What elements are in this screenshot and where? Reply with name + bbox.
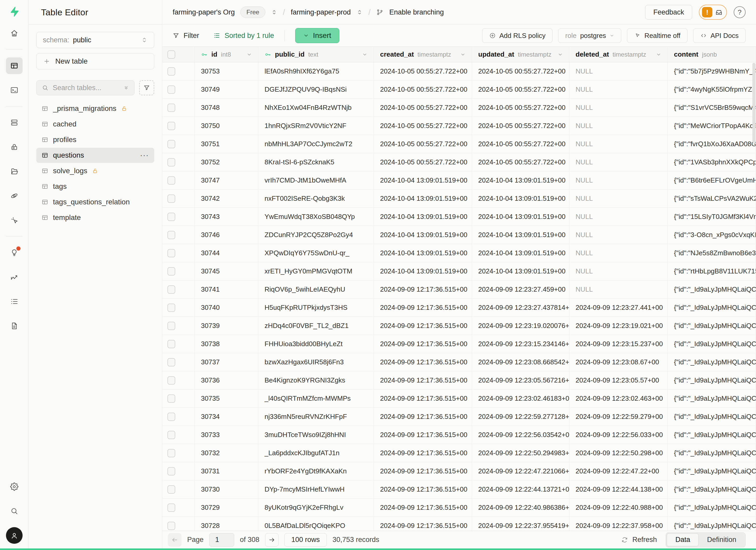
cell-deleted_at[interactable]: NULL <box>569 135 668 153</box>
sidebar-item-_prisma_migrations[interactable]: _prisma_migrations <box>36 101 154 116</box>
auth-icon[interactable] <box>6 139 23 155</box>
row-checkbox[interactable] <box>167 231 175 239</box>
cell-created_at[interactable]: 2024-10-05 00:55:27.722+00 <box>374 153 472 171</box>
search-tables-input[interactable] <box>53 84 119 92</box>
row-checkbox[interactable] <box>167 358 175 366</box>
cell-id[interactable]: 30744 <box>195 244 258 262</box>
notifications-button[interactable]: ! <box>699 5 727 20</box>
column-menu-icon[interactable] <box>558 52 563 57</box>
cell-created_at[interactable]: 2024-10-05 00:55:27.722+00 <box>374 135 472 153</box>
cell-updated_at[interactable]: 2024-09-09 12:23:05.567216+00 <box>472 371 569 389</box>
cell-deleted_at[interactable]: 2024-09-09 12:23:27.441+00 <box>569 299 668 317</box>
cell-id[interactable]: 30747 <box>195 171 258 189</box>
row-checkbox[interactable] <box>167 504 175 512</box>
row-checkbox[interactable] <box>167 213 175 221</box>
cell-deleted_at[interactable]: NULL <box>569 62 668 80</box>
cell-public_id[interactable]: 8KraI-tSI-6-pSZcknaK5 <box>258 153 374 171</box>
cell-updated_at[interactable]: 2024-09-09 12:23:02.46183+00 <box>472 390 569 407</box>
cell-updated_at[interactable]: 2024-09-09 12:22:56.03542+00 <box>472 426 569 444</box>
sidebar-item-tags_questions_relation[interactable]: tags_questions_relation <box>36 194 154 210</box>
row-checkbox[interactable] <box>167 467 175 475</box>
cell-public_id[interactable]: 0L5BAfDaLDl5rQOiqeKPO <box>258 517 374 531</box>
cell-updated_at[interactable]: 2024-09-09 12:23:15.234146+00 <box>472 335 569 353</box>
row-checkbox[interactable] <box>167 176 175 185</box>
cell-content[interactable]: {"id":"_Id9aLyJpMHQLaiQC <box>668 499 756 517</box>
cell-content[interactable]: {"id":"NJe5s8ZmBwnoB6e3 <box>668 244 756 262</box>
cell-id[interactable]: 30742 <box>195 190 258 207</box>
cell-deleted_at[interactable]: 2024-09-09 12:23:02.463+00 <box>569 390 668 407</box>
cell-content[interactable]: {"id":"_Id9aLyJpMHQLaiQC <box>668 408 756 426</box>
cell-public_id[interactable]: nbMhHL3AP7OcCJymc2wT2 <box>258 135 374 153</box>
cell-public_id[interactable]: Be4KignzoK9YRGNI3Zgks <box>258 371 374 389</box>
cell-id[interactable]: 30739 <box>195 317 258 335</box>
cell-public_id[interactable]: _La6pddxcKJIbgufATJ1n <box>258 444 374 462</box>
cell-created_at[interactable]: 2024-09-09 12:17:36.515+00 <box>374 390 472 407</box>
cell-created_at[interactable]: 2024-09-09 12:17:36.515+00 <box>374 317 472 335</box>
cell-id[interactable]: 30752 <box>195 153 258 171</box>
help-button[interactable]: ? <box>734 6 746 18</box>
vertical-scrollbar[interactable] <box>752 63 755 530</box>
org-plan-badge[interactable]: Free <box>240 6 265 18</box>
cell-public_id[interactable]: DGEJfJZPQUV9Q-IBqsNSi <box>258 81 374 98</box>
row-checkbox[interactable] <box>167 122 175 130</box>
row-checkbox[interactable] <box>167 158 175 166</box>
cell-created_at[interactable]: 2024-09-09 12:17:36.515+00 <box>374 426 472 444</box>
realtime-toggle-button[interactable]: Realtime off <box>627 28 687 43</box>
row-checkbox[interactable] <box>167 249 175 257</box>
user-avatar[interactable] <box>6 527 23 544</box>
cell-deleted_at[interactable]: 2024-09-09 12:22:59.279+00 <box>569 408 668 426</box>
cell-content[interactable]: {"id":"_Id9aLyJpMHQLaiQC <box>668 299 756 317</box>
cell-deleted_at[interactable]: NULL <box>569 190 668 207</box>
cell-created_at[interactable]: 2024-10-04 13:09:01.519+00 <box>374 226 472 244</box>
cell-created_at[interactable]: 2024-09-09 12:17:36.515+00 <box>374 353 472 371</box>
cell-public_id[interactable]: 1hnRQjxSRm2V0VticY2NF <box>258 117 374 135</box>
sidebar-item-solve_logs[interactable]: solve_logs <box>36 163 154 178</box>
cell-id[interactable]: 30732 <box>195 444 258 462</box>
enable-branching-button[interactable]: Enable branching <box>389 8 444 16</box>
cell-updated_at[interactable]: 2024-10-04 13:09:01.519+00 <box>472 208 569 226</box>
cell-deleted_at[interactable]: NULL <box>569 81 668 98</box>
cell-content[interactable]: {"id":"_Id9aLyJpMHQLaiQC <box>668 335 756 353</box>
table-menu-button[interactable]: ... <box>140 153 149 157</box>
column-menu-icon[interactable] <box>362 52 367 57</box>
cell-updated_at[interactable]: 2024-09-09 12:22:37.955419+00 <box>472 517 569 531</box>
cell-content[interactable]: {"id":"fvrQ1bXoJ6XaAD08G <box>668 135 756 153</box>
cell-created_at[interactable]: 2024-10-05 00:55:27.722+00 <box>374 81 472 98</box>
row-checkbox[interactable] <box>167 522 175 530</box>
cell-deleted_at[interactable]: NULL <box>569 171 668 189</box>
cell-id[interactable]: 30749 <box>195 81 258 98</box>
column-header-public_id[interactable]: public_idtext <box>258 47 374 62</box>
refresh-button[interactable]: Refresh <box>621 536 657 544</box>
cell-public_id[interactable]: FHHUioa3bidd00BHyLeZt <box>258 335 374 353</box>
cell-public_id[interactable]: NhXEo1Xw04FnB4RzWTNjb <box>258 99 374 117</box>
cell-id[interactable]: 30746 <box>195 226 258 244</box>
cell-public_id[interactable]: ZDCunRYJP2CQ5Z8Po2Gy4 <box>258 226 374 244</box>
cell-content[interactable]: {"id":"4wyNgK55lOfrpmYZc <box>668 81 756 98</box>
cell-public_id[interactable]: XPQwDIqY6Y75SwDnU-qr_ <box>258 244 374 262</box>
cell-updated_at[interactable]: 2024-10-05 00:55:27.722+00 <box>472 62 569 80</box>
cell-deleted_at[interactable]: 2024-09-09 12:22:47.22+00 <box>569 462 668 480</box>
api-docs-button[interactable]: API Docs <box>693 28 746 43</box>
cell-created_at[interactable]: 2024-10-04 13:09:01.519+00 <box>374 171 472 189</box>
row-checkbox[interactable] <box>167 304 175 312</box>
cell-content[interactable]: {"id":"rtHbLpgB8V11LUK7152 <box>668 262 756 280</box>
realtime-icon[interactable] <box>6 212 23 229</box>
cell-id[interactable]: 30730 <box>195 480 258 498</box>
cell-created_at[interactable]: 2024-10-04 13:09:01.519+00 <box>374 244 472 262</box>
cell-updated_at[interactable]: 2024-09-09 12:22:40.986386+00 <box>472 499 569 517</box>
cell-deleted_at[interactable]: 2024-09-09 12:22:37.958+00 <box>569 517 668 531</box>
cell-updated_at[interactable]: 2024-10-05 00:55:27.722+00 <box>472 99 569 117</box>
sort-button[interactable]: Sorted by 1 rule <box>213 32 274 40</box>
cell-deleted_at[interactable]: 2024-09-09 12:23:15.237+00 <box>569 335 668 353</box>
cell-public_id[interactable]: zHDq4c0F0VBF_TL2_dBZ1 <box>258 317 374 335</box>
cell-public_id[interactable]: rYbORF2e4YgDt9fKAXaKn <box>258 462 374 480</box>
cell-id[interactable]: 30748 <box>195 99 258 117</box>
cell-id[interactable]: 30750 <box>195 117 258 135</box>
cell-updated_at[interactable]: 2024-10-05 00:55:27.722+00 <box>472 117 569 135</box>
cell-updated_at[interactable]: 2024-10-04 13:09:01.519+00 <box>472 262 569 280</box>
cell-updated_at[interactable]: 2024-10-05 00:55:27.722+00 <box>472 135 569 153</box>
cell-content[interactable]: {"id":"_Id9aLyJpMHQLaiQC <box>668 462 756 480</box>
cell-updated_at[interactable]: 2024-09-09 12:23:19.020076+00 <box>472 317 569 335</box>
cell-public_id[interactable]: vrIh7CMD-JtM1bOweMHfA <box>258 171 374 189</box>
cell-created_at[interactable]: 2024-10-04 13:09:01.519+00 <box>374 262 472 280</box>
